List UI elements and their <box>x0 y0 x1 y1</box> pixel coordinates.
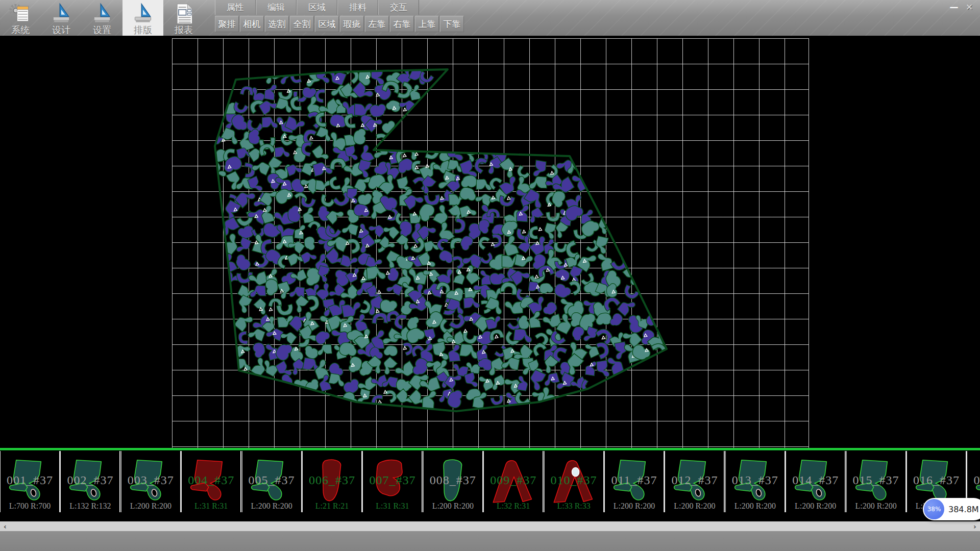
thumbnail-cell[interactable]: 006_#37 L:21 R:21 <box>302 451 362 512</box>
tool-button-cluster-nest[interactable]: 聚排 <box>215 16 239 32</box>
menu-tab-row: 属性编辑区域排料交互 <box>215 0 465 15</box>
piece-lr-count-label: L:200 R:200 <box>605 502 664 511</box>
app-tab-system[interactable]: 系统 <box>0 0 41 36</box>
piece-id-label: 016_#37 <box>907 473 966 487</box>
thumbnail-cell[interactable]: 004_#37 L:31 R:31 <box>181 451 241 512</box>
hide-nesting-layout <box>0 36 980 450</box>
piece-id-label: 015_#37 <box>847 473 905 487</box>
tool-button-camera[interactable]: 相机 <box>240 16 264 32</box>
app-tab-label: 系统 <box>11 26 30 35</box>
tool-button-align-top[interactable]: 上靠 <box>415 16 439 32</box>
piece-id-label: 010_#37 <box>545 473 603 487</box>
piece-id-label: 011_#37 <box>605 473 664 487</box>
piece-id-label: 017_#37 <box>967 473 980 487</box>
piece-lr-count-label: L:200 R:200 <box>847 502 905 511</box>
piece-id-label: 008_#37 <box>424 473 482 487</box>
tool-button-align-left[interactable]: 左靠 <box>365 16 389 32</box>
piece-id-label: 012_#37 <box>665 473 724 487</box>
app-tab-label: 设置 <box>93 26 111 35</box>
thumbnail-cell[interactable]: 002_#37 L:132 R:132 <box>60 451 120 512</box>
piece-id-label: 002_#37 <box>61 473 119 487</box>
menu-tab-region[interactable]: 区域 <box>297 0 337 15</box>
minimize-button[interactable]: — <box>947 2 961 12</box>
main-toolbar: 系统设计设置排版报表 属性编辑区域排料交互 聚排相机选割全割区域瑕疵左靠右靠上靠… <box>0 0 980 36</box>
piece-id-label: 006_#37 <box>303 473 361 487</box>
app-tab-label: 设计 <box>52 26 70 35</box>
horizontal-scrollbar[interactable]: ‹ › <box>0 521 980 531</box>
piece-lr-count-label: L:200 R:200 <box>786 502 845 511</box>
thumbnail-cell[interactable]: 008_#37 L:200 R:200 <box>423 451 483 512</box>
menu-tab-interact[interactable]: 交互 <box>378 0 419 15</box>
status-bar <box>0 531 980 551</box>
thumbnail-cell[interactable]: 013_#37 L:200 R:200 <box>725 451 786 512</box>
tool-button-align-right[interactable]: 右靠 <box>390 16 414 32</box>
tool-button-region[interactable]: 区域 <box>315 16 339 32</box>
piece-lr-count-label: L:700 R:700 <box>1 502 59 511</box>
setsquare-icon <box>131 3 155 25</box>
piece-thumbnail-strip: 001_#37 L:700 R:700 002_#37 L:132 R:132 … <box>0 451 980 513</box>
piece-id-label: 005_#37 <box>242 473 301 487</box>
piece-lr-count-label: L:200 R:200 <box>121 502 180 511</box>
memory-usage-badge[interactable]: 38% 384.8M <box>923 498 980 520</box>
app-tab-settings[interactable]: 设置 <box>82 0 122 36</box>
thumbnail-cell[interactable]: 015_#37 L:200 R:200 <box>846 451 906 512</box>
tool-button-align-bottom[interactable]: 下靠 <box>440 16 464 32</box>
thumbnail-cell[interactable]: 009_#37 L:32 R:31 <box>483 451 544 512</box>
memory-amount-label: 384.8M <box>948 505 979 514</box>
piece-lr-count-label: L:200 R:200 <box>424 502 482 511</box>
app-tab-label: 报表 <box>175 26 193 35</box>
menu-tab-properties[interactable]: 属性 <box>215 0 256 15</box>
piece-id-label: 007_#37 <box>363 473 422 487</box>
piece-lr-count-label: L:32 R:31 <box>484 502 543 511</box>
app-tab-design[interactable]: 设计 <box>41 0 82 36</box>
piece-id-label: 003_#37 <box>121 473 180 487</box>
report-icon <box>172 3 195 25</box>
thumbnail-cell[interactable]: 003_#37 L:200 R:200 <box>121 451 181 512</box>
piece-lr-count-label: L:200 R:200 <box>242 502 301 511</box>
menu-tab-nesting[interactable]: 排料 <box>337 0 378 15</box>
setsquare-icon <box>90 3 114 25</box>
app-tab-report[interactable]: 报表 <box>163 0 204 36</box>
piece-id-label: 014_#37 <box>786 473 845 487</box>
tool-button-select-cut[interactable]: 选割 <box>265 16 289 32</box>
tool-button-defect[interactable]: 瑕疵 <box>340 16 364 32</box>
piece-lr-count-label: L:31 R:31 <box>182 502 240 511</box>
piece-lr-count-label: L:132 R:132 <box>61 502 119 511</box>
strip-separator-line <box>0 448 980 450</box>
piece-id-label: 009_#37 <box>484 473 543 487</box>
piece-lr-count-label: L:21 R:21 <box>303 502 361 511</box>
nesting-canvas[interactable] <box>0 36 980 450</box>
thumbnail-cell[interactable]: 014_#37 L:200 R:200 <box>786 451 846 512</box>
scroll-right-arrow-icon[interactable]: › <box>970 521 980 531</box>
thumbnail-cell[interactable]: 011_#37 L:200 R:200 <box>604 451 665 512</box>
usage-percent-badge: 38% <box>924 499 944 519</box>
system-icon <box>9 3 32 25</box>
thumbnail-cell[interactable]: 012_#37 L:200 R:200 <box>665 451 725 512</box>
piece-lr-count-label: L:33 R:33 <box>545 502 603 511</box>
piece-id-label: 004_#37 <box>182 473 240 487</box>
app-tab-layout[interactable]: 排版 <box>122 0 163 36</box>
thumbnail-cell[interactable]: 005_#37 L:200 R:200 <box>242 451 302 512</box>
app-tab-label: 排版 <box>134 26 152 35</box>
piece-lr-count-label: L:200 R:200 <box>665 502 724 511</box>
tool-button-cut-all[interactable]: 全割 <box>290 16 314 32</box>
app-tab-bar: 系统设计设置排版报表 <box>0 0 204 36</box>
thumbnail-cell[interactable]: 010_#37 L:33 R:33 <box>544 451 604 512</box>
piece-id-label: 001_#37 <box>1 473 59 487</box>
tool-button-row: 聚排相机选割全割区域瑕疵左靠右靠上靠下靠 <box>215 16 465 33</box>
scroll-left-arrow-icon[interactable]: ‹ <box>0 521 10 531</box>
setsquare-icon <box>50 3 73 25</box>
piece-lr-count-label: L:200 R:200 <box>726 502 785 511</box>
thumbnail-cell[interactable]: 001_#37 L:700 R:700 <box>0 451 60 512</box>
close-button[interactable]: ✕ <box>963 2 976 12</box>
piece-lr-count-label: L:31 R:31 <box>363 502 422 511</box>
piece-id-label: 013_#37 <box>726 473 785 487</box>
thumbnail-cell[interactable]: 007_#37 L:31 R:31 <box>362 451 423 512</box>
menu-tab-edit[interactable]: 编辑 <box>256 0 297 15</box>
